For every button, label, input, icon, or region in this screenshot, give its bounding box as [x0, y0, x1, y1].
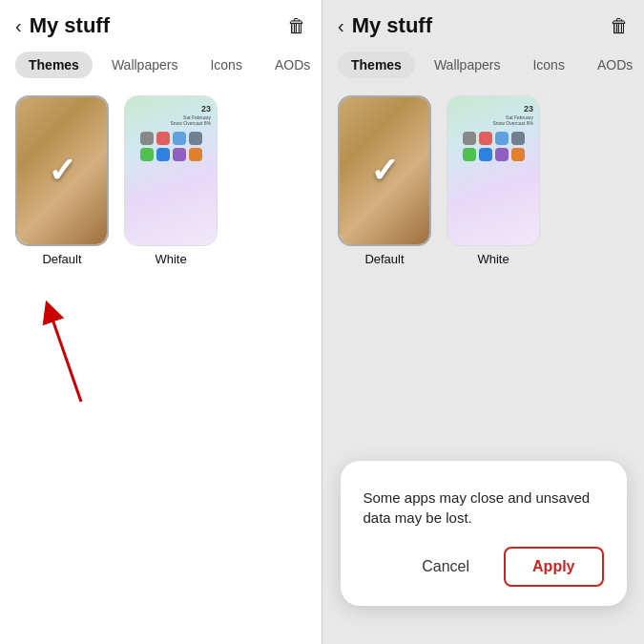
left-messages-icon — [156, 148, 170, 161]
right-title: My stuff — [352, 13, 432, 38]
right-calendar-icon — [479, 132, 492, 145]
right-white-thumbnail[interactable]: 23 Sat FebruarySnow Overcast 8% — [447, 95, 540, 246]
left-phone-icon — [140, 148, 154, 161]
right-white-date: Sat FebruarySnow Overcast 8% — [453, 114, 533, 126]
right-back-button[interactable]: ‹ — [338, 15, 344, 37]
left-theme-white[interactable]: 23 Sat FebruarySnow Overcast 8% — [124, 95, 218, 266]
left-header-left: ‹ My stuff — [15, 13, 110, 38]
left-gallery-icon — [173, 132, 186, 145]
left-tab-aods[interactable]: AODs — [261, 52, 323, 78]
left-app-row-1 — [131, 132, 211, 145]
right-app-row-1 — [453, 132, 533, 145]
left-tab-themes[interactable]: Themes — [15, 52, 93, 78]
left-settings-icon — [140, 132, 154, 145]
apply-button[interactable]: Apply — [504, 547, 603, 587]
right-camera-icon — [511, 132, 525, 145]
left-tab-icons[interactable]: Icons — [197, 52, 255, 78]
right-white-time: 23 — [453, 104, 533, 114]
left-app-row-2 — [131, 148, 211, 161]
confirmation-dialog: Some apps may close and unsaved data may… — [341, 461, 627, 606]
left-white-label: White — [155, 252, 186, 266]
right-default-label: Default — [364, 252, 404, 266]
right-white-bg: 23 Sat FebruarySnow Overcast 8% — [447, 96, 539, 245]
left-panel: ‹ My stuff 🗑 Themes Wallpapers Icons AOD… — [0, 0, 322, 644]
right-phone-icon — [463, 148, 476, 161]
right-settings-icon — [463, 132, 476, 145]
left-title: My stuff — [30, 13, 110, 38]
left-tab-wallpapers[interactable]: Wallpapers — [98, 52, 192, 78]
dialog-overlay: Some apps may close and unsaved data may… — [322, 377, 644, 644]
left-white-content: 23 Sat FebruarySnow Overcast 8% — [131, 104, 211, 164]
right-tab-wallpapers[interactable]: Wallpapers — [421, 52, 514, 78]
left-default-bg: ✓ — [17, 97, 107, 244]
right-white-content: 23 Sat FebruarySnow Overcast 8% — [453, 104, 533, 164]
left-white-date: Sat FebruarySnow Overcast 8% — [131, 114, 211, 126]
left-default-thumbnail[interactable]: ✓ — [15, 95, 109, 246]
left-white-bg: 23 Sat FebruarySnow Overcast 8% — [125, 96, 217, 245]
right-default-thumbnail[interactable]: ✓ — [338, 95, 431, 246]
right-trash-icon[interactable]: 🗑 — [610, 15, 629, 37]
right-default-check: ✓ — [370, 151, 399, 191]
right-gallery-icon — [495, 132, 509, 145]
right-contacts-icon — [495, 148, 509, 161]
left-calendar-icon — [156, 132, 170, 145]
left-contacts-icon — [173, 148, 186, 161]
right-tab-themes[interactable]: Themes — [338, 52, 415, 78]
left-white-time: 23 — [131, 104, 211, 114]
left-browser-icon — [189, 148, 202, 161]
right-themes-grid: ✓ Default 23 Sat FebruarySnow Overcast 8… — [322, 88, 644, 274]
right-theme-default[interactable]: ✓ Default — [338, 95, 431, 266]
right-theme-white[interactable]: 23 Sat FebruarySnow Overcast 8% — [447, 95, 540, 266]
right-default-bg: ✓ — [340, 97, 429, 244]
svg-line-1 — [50, 311, 81, 402]
left-back-button[interactable]: ‹ — [15, 15, 22, 37]
right-app-row-2 — [453, 148, 533, 161]
left-default-check: ✓ — [48, 151, 76, 191]
left-camera-icon — [189, 132, 202, 145]
right-tabs: Themes Wallpapers Icons AODs — [322, 46, 644, 88]
left-tabs: Themes Wallpapers Icons AODs — [0, 46, 322, 88]
right-browser-icon — [511, 148, 525, 161]
right-white-label: White — [477, 252, 509, 266]
left-theme-default[interactable]: ✓ Default — [15, 95, 109, 266]
right-header-left: ‹ My stuff — [338, 13, 432, 38]
right-messages-icon — [479, 148, 492, 161]
right-tab-aods[interactable]: AODs — [584, 52, 644, 78]
arrow-annotation — [29, 297, 105, 415]
right-tab-icons[interactable]: Icons — [519, 52, 577, 78]
left-white-thumbnail[interactable]: 23 Sat FebruarySnow Overcast 8% — [124, 95, 218, 246]
dialog-buttons: Cancel Apply — [364, 547, 604, 587]
arrow-svg — [29, 297, 105, 411]
right-panel: ‹ My stuff 🗑 Themes Wallpapers Icons AOD… — [322, 0, 644, 644]
right-header: ‹ My stuff 🗑 — [322, 0, 644, 46]
left-header: ‹ My stuff 🗑 — [0, 0, 322, 46]
cancel-button[interactable]: Cancel — [395, 547, 496, 587]
left-trash-icon[interactable]: 🗑 — [287, 15, 306, 37]
dialog-message: Some apps may close and unsaved data may… — [364, 488, 604, 528]
left-themes-grid: ✓ Default 23 Sat FebruarySnow Overcast 8… — [0, 88, 322, 274]
left-default-label: Default — [42, 252, 81, 266]
